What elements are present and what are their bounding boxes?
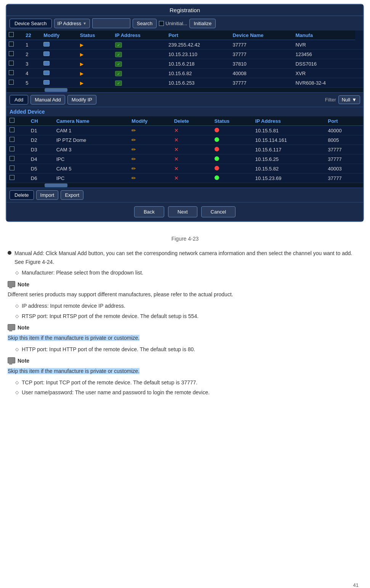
edit-icon[interactable]: ✏ (131, 165, 136, 172)
note-title-3: Note (18, 357, 29, 365)
status-indicator (215, 166, 219, 170)
monitor-icon (43, 71, 50, 75)
diamond-item-ip: ◇ IP address: Input remote device IP add… (15, 302, 362, 310)
delete-icon[interactable]: ✕ (174, 156, 179, 162)
uninitial-checkbox[interactable] (159, 21, 164, 26)
rtsp-text: RTSP port: Input RTSP port of the remote… (22, 312, 199, 320)
added-table-row[interactable]: D1 CAM 1 ✏ ✕ 10.15.5.81 40000 (6, 126, 363, 135)
diamond-item-userpass: ◇ User name/password: The user name and … (15, 388, 362, 397)
ip-address-dropdown[interactable]: IP Address ▼ (54, 19, 90, 28)
device-table-header: 22 Modify Status IP Address Port Device … (6, 31, 363, 40)
table-row[interactable]: 4 ▶ ✓ 10.15.6.82 40008 XVR (6, 69, 363, 78)
device-table-scrollbar[interactable] (6, 88, 363, 92)
manual-add-button[interactable]: Manual Add (30, 95, 65, 104)
row-checkbox[interactable] (10, 146, 14, 151)
row-checkbox[interactable] (9, 61, 14, 66)
delete-icon[interactable]: ✕ (174, 137, 179, 143)
filter-value: Null (342, 97, 350, 103)
search-input[interactable] (92, 18, 130, 28)
added-table-scrollbar[interactable] (6, 183, 363, 188)
nav-buttons: Back Next Cancel (6, 202, 363, 221)
added-table-row[interactable]: D4 IPC ✏ ✕ 10.15.6.25 37777 (6, 154, 363, 164)
table-row[interactable]: 2 ▶ ✓ 10.15.23.110 37777 123456 (6, 50, 363, 59)
diamond-item-manufacturer: ◇ Manufacturer: Please select from the d… (15, 268, 362, 277)
import-button[interactable]: Import (36, 190, 59, 200)
page-number: 41 (353, 582, 359, 588)
row-checkbox[interactable] (10, 175, 14, 180)
back-button[interactable]: Back (134, 206, 164, 217)
delete-icon[interactable]: ✕ (174, 146, 179, 153)
edit-icon[interactable]: ✏ (131, 175, 136, 181)
added-device-label: Added Device (6, 107, 363, 116)
bullet-dot-icon (8, 251, 11, 255)
edit-icon[interactable]: ✏ (131, 146, 136, 153)
bullet-1-text: Manual Add: Click Manual Add button, you… (14, 249, 362, 266)
check-icon: ✓ (115, 52, 122, 57)
next-button[interactable]: Next (168, 206, 197, 217)
note-3-text: Skip this item if the manufacture is pri… (8, 367, 362, 375)
check-icon: ✓ (115, 42, 122, 48)
delete-button[interactable]: Delete (10, 190, 34, 200)
col-modify: Modify (41, 31, 78, 40)
status-arrow-icon: ▶ (80, 42, 83, 48)
added-device-toolbar: Delete Import Export (6, 188, 363, 202)
scrollbar-thumb[interactable] (45, 183, 67, 187)
status-indicator (215, 147, 219, 151)
search-button[interactable]: Search (133, 19, 157, 28)
col-ip-address: IP Address (252, 116, 325, 126)
row-checkbox[interactable] (9, 51, 14, 56)
content-area: Figure 4-23 Manual Add: Click Manual Add… (0, 226, 370, 404)
edit-icon[interactable]: ✏ (131, 127, 136, 133)
filter-dropdown[interactable]: Null ▼ (338, 95, 360, 104)
delete-icon[interactable]: ✕ (174, 165, 179, 172)
device-search-button[interactable]: Device Search (10, 19, 52, 28)
delete-icon[interactable]: ✕ (174, 127, 179, 133)
uninitial-checkbox-label[interactable]: Uninitial... (159, 21, 187, 26)
filter-label: Filter (325, 97, 336, 103)
status-arrow-icon: ▶ (80, 80, 83, 86)
note-box-1: Note (8, 280, 362, 289)
row-checkbox[interactable] (9, 42, 14, 47)
edit-icon[interactable]: ✏ (131, 137, 136, 143)
row-checkbox[interactable] (10, 156, 14, 161)
row-checkbox[interactable] (9, 80, 14, 85)
added-table-row[interactable]: D3 CAM 3 ✏ ✕ 10.15.6.117 37777 (6, 145, 363, 154)
export-button[interactable]: Export (61, 190, 83, 200)
added-table-row[interactable]: D6 IPC ✏ ✕ 10.15.23.69 37777 (6, 174, 363, 183)
col-camera-name: Camera Name (53, 116, 129, 126)
monitor-icon (43, 80, 50, 85)
cancel-button[interactable]: Cancel (201, 206, 235, 217)
status-arrow-icon: ▶ (80, 61, 83, 67)
row-checkbox[interactable] (9, 70, 14, 75)
note-icon-1 (8, 281, 15, 287)
added-table-row[interactable]: D5 CAM 5 ✏ ✕ 10.15.5.82 40003 (6, 164, 363, 174)
device-table-container: 22 Modify Status IP Address Port Device … (6, 31, 363, 92)
col-status: Status (211, 116, 252, 126)
row-checkbox[interactable] (10, 137, 14, 142)
ip-address-label: IP Address (58, 21, 82, 26)
bottom-toolbar: Add Manual Add Modify IP Filter Null ▼ (6, 92, 363, 107)
note-2-text: Skip this item if the manufacture is pri… (8, 334, 362, 342)
row-checkbox[interactable] (10, 165, 14, 170)
initialize-button[interactable]: Initialize (189, 19, 216, 28)
added-device-table-container: CH Camera Name Modify Delete Status IP A… (6, 116, 363, 188)
top-toolbar: Device Search IP Address ▼ Search Uninit… (6, 16, 363, 31)
status-indicator (215, 156, 219, 161)
col-delete: Delete (171, 116, 211, 126)
modify-ip-button[interactable]: Modify IP (67, 95, 96, 104)
added-table-header: CH Camera Name Modify Delete Status IP A… (6, 116, 363, 126)
note-title-2: Note (18, 323, 29, 332)
col-modify: Modify (128, 116, 171, 126)
add-button[interactable]: Add (10, 95, 28, 104)
delete-icon[interactable]: ✕ (174, 175, 179, 181)
monitor-icon (43, 61, 50, 66)
edit-icon[interactable]: ✏ (131, 156, 136, 162)
bullet-item-1: Manual Add: Click Manual Add button, you… (8, 249, 362, 266)
table-row[interactable]: 3 ▶ ✓ 10.15.6.218 37810 DSS7016 (6, 59, 363, 69)
table-row[interactable]: 1 ▶ ✓ 239.255.42.42 37777 NVR (6, 40, 363, 50)
row-checkbox[interactable] (10, 127, 14, 132)
scrollbar-thumb[interactable] (45, 88, 67, 92)
table-row[interactable]: 5 ▶ ✓ 10.15.6.253 37777 NVR608-32-4 (6, 78, 363, 88)
col-ch-check (6, 116, 28, 126)
added-table-row[interactable]: D2 IP PTZ Dome ✏ ✕ 10.15.114.161 8005 (6, 135, 363, 145)
